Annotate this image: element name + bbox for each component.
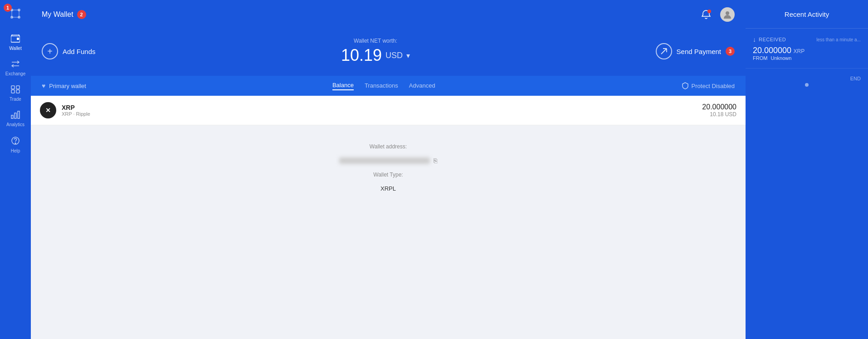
activity-item-received[interactable]: ↓ RECEIVED less than a minute a... 20.00… [746, 29, 868, 69]
top-header: My Wallet 2 [31, 0, 746, 29]
svg-rect-13 [16, 90, 20, 93]
tab-balance[interactable]: Balance [332, 82, 354, 90]
asset-symbol: ✕ [45, 107, 51, 114]
wallet-type-value: XRPL [380, 185, 396, 192]
send-payment-badge: 3 [726, 47, 735, 56]
analytics-icon [11, 111, 20, 120]
add-funds-button[interactable]: + Add Funds [42, 43, 96, 59]
svg-rect-16 [18, 111, 20, 118]
asset-row-xrp[interactable]: ✕ XRP XRP · Ripple 20.000000 10.18 USD [31, 96, 746, 125]
net-worth-value-row: 10.19 USD ▾ [341, 46, 410, 65]
send-payment-icon [656, 43, 672, 59]
primary-wallet-label: Primary wallet [49, 83, 86, 89]
sidebar-item-trade[interactable]: Trade [0, 81, 31, 106]
activity-direction: ↓ RECEIVED [753, 36, 786, 43]
svg-point-18 [15, 143, 16, 144]
recent-activity-header: Recent Activity [746, 0, 868, 29]
header-badge: 2 [77, 10, 86, 19]
net-worth-amount: 10.19 [341, 46, 382, 65]
svg-rect-15 [15, 113, 16, 118]
activity-type-label: RECEIVED [759, 37, 786, 42]
net-worth-display: Wallet NET worth: 10.19 USD ▾ [96, 38, 656, 65]
help-icon [11, 136, 20, 147]
balance-details: Wallet address: ⎘ Wallet Type: XRPL [31, 125, 746, 210]
page-title: My Wallet [42, 10, 73, 19]
add-funds-label: Add Funds [63, 48, 96, 55]
svg-rect-10 [11, 86, 15, 89]
sidebar-wallet-label: Wallet [9, 46, 21, 51]
svg-rect-12 [11, 90, 15, 93]
notification-button[interactable] [699, 8, 713, 21]
sidebar-notification-badge: 1 [4, 4, 12, 12]
wallet-content: ✕ XRP XRP · Ripple 20.000000 10.18 USD W… [31, 96, 746, 339]
right-panel: Recent Activity ↓ RECEIVED less than a m… [746, 0, 868, 339]
wallet-type-label: Wallet Type: [373, 172, 403, 178]
svg-rect-14 [11, 115, 13, 118]
asset-amount-main: 20.000000 [702, 103, 736, 111]
asset-icon-xrp: ✕ [40, 102, 56, 118]
tab-advanced[interactable]: Advanced [409, 82, 435, 90]
sidebar-trade-label: Trade [10, 97, 21, 102]
notification-dot [707, 10, 711, 13]
wallet-address-row: ⎘ [339, 157, 437, 164]
sidebar-item-help[interactable]: Help [0, 132, 31, 158]
wallet-icon [11, 34, 20, 44]
header-icons [699, 7, 735, 22]
hero-section: + Add Funds Wallet NET worth: 10.19 USD … [31, 29, 746, 76]
from-value: Unknown [770, 55, 791, 61]
wallet-subheader: ♥ Primary wallet Balance Transactions Ad… [31, 76, 746, 96]
activity-amount: 20.000000 [753, 46, 791, 55]
sidebar-item-exchange[interactable]: Exchange [0, 55, 31, 81]
activity-currency: XRP [794, 48, 805, 54]
asset-amount: 20.000000 10.18 USD [702, 103, 736, 118]
end-dot [805, 83, 809, 87]
tab-transactions[interactable]: Transactions [365, 82, 398, 90]
trade-icon [11, 85, 20, 95]
from-label: FROM [753, 55, 767, 61]
svg-rect-9 [17, 38, 19, 40]
send-payment-button[interactable]: Send Payment 3 [656, 43, 735, 59]
recent-activity-title: Recent Activity [785, 10, 829, 18]
net-worth-currency: USD [385, 51, 403, 60]
activity-meta: less than a minute a... [816, 37, 861, 42]
sidebar-analytics-label: Analytics [6, 122, 24, 127]
svg-point-19 [726, 11, 729, 15]
user-avatar[interactable] [720, 7, 735, 22]
net-worth-label: Wallet NET worth: [354, 38, 397, 44]
activity-row1: ↓ RECEIVED less than a minute a... [753, 36, 861, 43]
svg-rect-11 [16, 86, 20, 89]
sidebar-item-analytics[interactable]: Analytics [0, 106, 31, 132]
copy-address-icon[interactable]: ⎘ [434, 157, 437, 164]
activity-item-end: END [746, 69, 868, 94]
primary-wallet: ♥ Primary wallet [42, 82, 86, 89]
send-payment-label: Send Payment [677, 48, 721, 55]
activity-from: FROM Unknown [753, 55, 861, 61]
wallet-tabs: Balance Transactions Advanced [86, 82, 682, 90]
sidebar-exchange-label: Exchange [5, 71, 25, 76]
protect-button[interactable]: Protect Disabled [682, 82, 735, 89]
asset-subtitle: XRP · Ripple [62, 111, 90, 117]
sidebar-item-wallet[interactable]: Wallet [0, 30, 31, 55]
exchange-icon [11, 60, 20, 69]
wallet-address-blurred [339, 157, 430, 164]
sidebar: 1 Wallet Exchange [0, 0, 31, 339]
activity-amount-row: 20.000000 XRP [753, 46, 861, 55]
currency-dropdown-icon[interactable]: ▾ [406, 51, 410, 60]
add-funds-icon: + [42, 43, 58, 59]
asset-info: XRP XRP · Ripple [62, 104, 90, 117]
end-label: END [753, 76, 861, 81]
received-arrow-icon: ↓ [753, 36, 756, 43]
sidebar-help-label: Help [11, 148, 20, 153]
heart-icon: ♥ [42, 82, 45, 89]
wallet-address-label: Wallet address: [370, 143, 407, 150]
protect-label: Protect Disabled [692, 83, 735, 89]
asset-name: XRP [62, 104, 90, 111]
asset-amount-usd: 10.18 USD [702, 111, 736, 118]
main-content: My Wallet 2 + Add Funds [31, 0, 746, 339]
